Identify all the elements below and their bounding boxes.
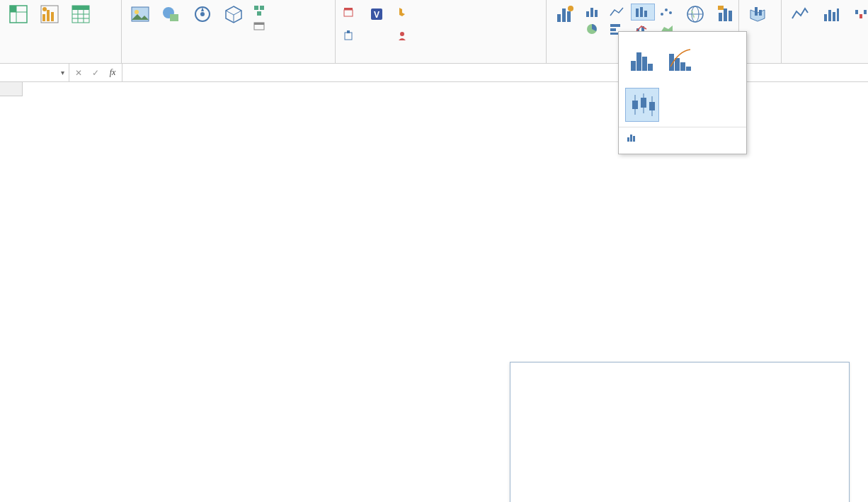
svg-rect-24 [260, 6, 264, 10]
svg-rect-48 [644, 11, 647, 17]
ribbon-group-illustrations [122, 0, 336, 63]
line-chart-button[interactable] [606, 4, 629, 20]
get-addins-button[interactable] [340, 4, 360, 20]
svg-rect-10 [72, 6, 89, 10]
maps-button[interactable] [681, 1, 709, 28]
shapes-button[interactable] [157, 1, 185, 28]
formula-input-wrap [122, 64, 868, 81]
smartart-button[interactable] [251, 3, 270, 18]
table-button[interactable] [67, 1, 95, 28]
svg-point-8 [42, 7, 47, 11]
svg-rect-61 [718, 6, 724, 10]
sparkline-line-button[interactable] [786, 1, 814, 28]
svg-point-50 [665, 8, 668, 11]
svg-rect-30 [345, 33, 352, 40]
ribbon-group-addins: V [336, 0, 547, 63]
svg-rect-47 [640, 7, 643, 17]
people-icon [396, 30, 408, 42]
svg-rect-6 [47, 10, 50, 21]
svg-rect-74 [642, 57, 647, 71]
svg-rect-46 [636, 8, 639, 17]
group-label-addins [340, 59, 542, 63]
histogram-option[interactable] [626, 43, 658, 76]
svg-rect-59 [724, 8, 727, 21]
3d-map-button[interactable] [743, 1, 772, 28]
column-chart-button[interactable] [582, 4, 605, 20]
pivot-table-button[interactable] [4, 1, 33, 28]
svg-rect-43 [610, 24, 620, 27]
sparkline-winloss-button[interactable] [848, 1, 868, 28]
svg-point-51 [669, 11, 672, 14]
sparkline-col-icon [820, 3, 843, 25]
image-button[interactable] [126, 1, 154, 28]
name-box-dropdown[interactable]: ▾ [61, 69, 64, 76]
store-icon [343, 6, 354, 18]
svg-rect-87 [630, 135, 632, 142]
shapes-icon [160, 3, 183, 25]
smartart-icon [253, 5, 265, 16]
boxplot-option[interactable] [626, 89, 658, 121]
svg-rect-81 [632, 101, 638, 109]
svg-rect-18 [170, 14, 178, 21]
chart-object[interactable] [510, 362, 850, 502]
people-graph-button[interactable] [394, 28, 413, 44]
icons-button[interactable] [188, 1, 217, 28]
statistics-chart-button[interactable] [632, 4, 654, 20]
accept-formula-button[interactable]: ✓ [89, 68, 102, 78]
screenshot-button[interactable] [251, 18, 270, 34]
svg-rect-72 [631, 61, 636, 71]
globe-icon [684, 3, 707, 25]
image-icon [129, 3, 152, 25]
sparkline-line-icon [789, 3, 811, 25]
pie-chart-button[interactable] [582, 21, 605, 37]
bing-maps-button[interactable] [394, 4, 413, 20]
svg-rect-36 [562, 8, 566, 22]
scatter-chart-button[interactable] [656, 4, 678, 20]
svg-rect-7 [51, 12, 54, 21]
svg-point-20 [200, 12, 205, 16]
select-all-corner[interactable] [0, 82, 23, 96]
svg-rect-77 [675, 58, 680, 71]
svg-rect-37 [567, 11, 571, 22]
pareto-option[interactable] [664, 43, 697, 76]
svg-rect-78 [680, 62, 685, 71]
svg-point-49 [661, 13, 663, 16]
group-label-tours [743, 59, 777, 63]
pivot-chart-icon [715, 3, 738, 25]
chart-plot-area[interactable] [523, 391, 838, 502]
svg-rect-44 [610, 28, 616, 31]
ribbon-group-tables [0, 0, 122, 63]
insert-function-button[interactable]: fx [106, 67, 119, 78]
name-box-input[interactable] [4, 68, 47, 78]
table-icon [69, 3, 92, 25]
svg-point-34 [400, 32, 404, 36]
pivot-chart-button[interactable] [712, 1, 741, 28]
bing-icon [396, 6, 408, 18]
chart-title[interactable] [510, 363, 849, 371]
visio-button[interactable]: V [362, 1, 391, 28]
recommended-charts-button[interactable] [551, 1, 579, 28]
name-box[interactable]: ▾ [0, 64, 69, 81]
sparkline-column-button[interactable] [817, 1, 845, 28]
my-addins-button[interactable] [340, 28, 360, 44]
svg-rect-5 [42, 14, 45, 21]
svg-rect-66 [828, 10, 831, 21]
formula-input[interactable] [128, 68, 862, 78]
recommended-pivot-icon [38, 3, 61, 25]
svg-rect-63 [755, 7, 758, 16]
svg-rect-29 [344, 8, 353, 10]
chart-type-popup [618, 31, 747, 154]
3d-map-icon [746, 3, 769, 25]
svg-point-38 [568, 6, 573, 11]
svg-rect-86 [627, 137, 629, 142]
svg-rect-25 [257, 11, 261, 16]
addin-icon [343, 30, 354, 42]
3d-models-button[interactable] [219, 1, 248, 28]
svg-rect-40 [590, 8, 593, 17]
svg-rect-39 [586, 11, 589, 17]
cancel-formula-button[interactable]: ✕ [72, 68, 85, 78]
svg-rect-35 [557, 14, 561, 22]
recommended-pivot-button[interactable] [35, 1, 64, 28]
popup-section-histogram [619, 36, 746, 43]
more-statistical-charts[interactable] [619, 127, 746, 149]
